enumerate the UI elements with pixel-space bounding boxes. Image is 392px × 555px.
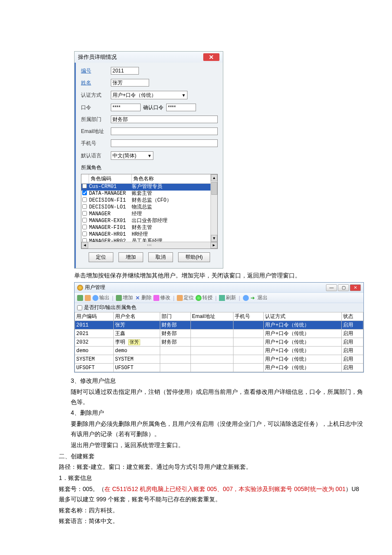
toolbar-edit[interactable]: 修改 [153,294,170,301]
confirm-password-input[interactable] [166,104,196,111]
phone-input[interactable] [111,139,218,147]
add-button[interactable]: 增加 [118,252,143,262]
table-row[interactable]: UFSOFTUFSOFT用户+口令（传统）启用 [75,364,363,372]
table-row[interactable]: demodemo用户+口令（传统）启用 [75,347,363,355]
email-input[interactable] [111,127,218,135]
locate-button[interactable]: 定位 [89,252,113,262]
horizontal-scrollbar[interactable]: ◄ ‹‹‹ ► [81,242,217,249]
name-input[interactable] [111,79,149,87]
operator-detail-dialog: 操作员详细情况 ✕ 编号 姓名 认证方式 用户+口令（传统） ▼ 口令 确认口令 [74,51,223,269]
doc-para: 账套号：005。（在 C511\512 机房电脑上已经引入账套 005、007，… [59,484,366,505]
toolbar-help[interactable] [243,295,249,301]
scroll-down-icon[interactable]: ▼ [211,235,217,242]
instruction-text-1: 单击增加按钮保存并继续增加其他用户。增加完毕，关闭该窗口，返回用户管理窗口。 [74,272,360,280]
role-name: 财务主管 [132,225,216,231]
role-name: 账套主管 [132,191,216,197]
col-code[interactable]: 用户编码 [75,312,114,321]
col-status[interactable]: 状态 [341,312,363,321]
toolbar-output[interactable]: 输出 [92,294,110,301]
role-row[interactable]: Cus-CRM01客户管理专员 [81,184,217,191]
role-code: MANAGER-FI01 [89,225,132,231]
lang-dropdown[interactable]: 中文(简体) ▼ [111,151,153,160]
table-row[interactable]: SYSTEMSYSTEM用户+口令（传统）启用 [75,355,363,364]
app-icon [77,285,83,291]
label-email: Email地址 [81,128,111,135]
password-input[interactable] [111,104,141,111]
role-checkbox[interactable] [82,191,87,195]
role-row[interactable]: MANAGER经理 [81,211,217,218]
dept-input[interactable] [111,116,218,123]
role-code: MANAGER-EX01 [89,218,132,225]
label-id[interactable]: 编号 [81,67,111,75]
minimize-icon[interactable]: — [326,284,337,291]
role-row[interactable]: MANAGER-FI01财务主管 [81,225,217,231]
role-row[interactable]: MANAGER-HR01HR经理 [81,231,217,238]
doc-para: 退出用户管理窗口，返回系统管理主窗口。 [71,440,366,451]
col-email[interactable]: Email地址 [190,312,233,321]
role-row[interactable]: DECISION-FI1财务总监（CFO） [81,197,217,204]
role-name: 经理 [132,211,216,218]
dialog2-titlebar[interactable]: 用户管理 — ▢ ✕ [75,283,363,292]
role-row[interactable]: DATA-MANAGER账套主管 [81,191,217,197]
role-code: DATA-MANAGER [89,191,132,197]
col-phone[interactable]: 手机号 [233,312,264,321]
role-checkbox[interactable] [82,197,87,202]
header-role-name: 角色名称 [132,174,217,183]
label-password: 口令 [81,104,111,111]
toolbar-delete[interactable]: ✕删除 [135,294,152,301]
doc-para: 随时可以通过双击指定用户，注销（暂停使用）或启用当前用户，查看修改用户详细信息，… [71,387,366,408]
col-dept[interactable]: 部门 [160,312,190,321]
scroll-up-icon[interactable]: ▲ [211,174,217,181]
tooltip: 张芳 [128,339,140,345]
role-code: DECISION-LO1 [89,204,132,211]
dialog-titlebar[interactable]: 操作员详细情况 ✕ [75,52,223,63]
toolbar-add[interactable]: 增加 [116,294,133,301]
scroll-right-icon[interactable]: ► [210,242,217,249]
table-row[interactable]: 2021王鑫财务部用户+口令（传统）启用 [75,330,363,338]
users-table[interactable]: 用户编码 用户全名 部门 Email地址 手机号 认证方式 状态 2011张芳财… [75,312,363,372]
close-icon[interactable]: ✕ [350,284,361,291]
role-checkbox[interactable] [82,184,87,188]
role-checkbox[interactable] [82,231,87,236]
table-row[interactable]: 2032李明 张芳财务部用户+口令（传统）启用 [75,338,363,347]
document-body: 3、修改用户信息 随时可以通过双击指定用户，注销（暂停使用）或启用当前用户，查看… [59,376,366,526]
cancel-button[interactable]: 取消 [148,252,173,262]
print-option-row: 是否打印/输出所属角色 [75,303,363,312]
print-roles-checkbox[interactable] [77,305,82,310]
maximize-icon[interactable]: ▢ [338,284,349,291]
vertical-scrollbar[interactable]: ▲ ▼ [210,174,217,242]
auth-dropdown[interactable]: 用户+口令（传统） ▼ [111,91,187,99]
id-input[interactable] [111,67,139,75]
print-roles-label: 是否打印/输出所属角色 [84,304,136,311]
toolbar-transfer[interactable]: 转授 [196,294,213,301]
role-name: 物流总监 [132,204,216,211]
chevron-down-icon: ▼ [147,153,152,158]
label-name[interactable]: 姓名 [81,79,111,87]
toolbar-exit[interactable]: ➔退出 [251,294,268,301]
doc-para: 路径：账套-建立。窗口：建立账套。通过向导方式引导用户建立新账套。 [59,462,366,472]
role-row[interactable]: MANAGER-EX01出口业务部经理 [81,218,217,225]
role-checkbox[interactable] [82,218,87,223]
col-auth[interactable]: 认证方式 [264,312,341,321]
toolbar-nav[interactable] [77,295,83,301]
scroll-thumb[interactable] [211,182,217,195]
help-button[interactable]: 帮助(H) [178,252,210,262]
dialog2-title: 用户管理 [85,284,105,291]
close-icon[interactable]: ✕ [203,53,219,61]
scroll-left-icon[interactable]: ◄ [81,242,88,249]
role-row[interactable]: DECISION-LO1物流总监 [81,204,217,211]
role-code: MANAGER-HR01 [89,231,132,238]
role-code: Cus-CRM01 [89,184,132,191]
role-checkbox[interactable] [82,204,87,209]
role-checkbox[interactable] [82,225,87,229]
col-fullname[interactable]: 用户全名 [113,312,160,321]
toolbar-refresh[interactable]: 刷新 [219,294,236,301]
toolbar-print[interactable] [85,295,91,301]
role-checkbox[interactable] [82,211,87,216]
toolbar-locate[interactable]: 定位 [177,294,194,301]
doc-para: 账套语言：简体中文。 [59,516,366,526]
roles-listbox[interactable]: 角色编码 角色名称 Cus-CRM01客户管理专员DATA-MANAGER账套主… [81,174,218,249]
role-name: HR经理 [132,231,216,238]
user-management-dialog: 用户管理 — ▢ ✕ 输出 | 增加 ✕删除 修改 | 定位 转授 | 刷新 |… [74,282,364,373]
table-row[interactable]: 2011张芳财务部用户+口令（传统）启用 [75,321,363,330]
